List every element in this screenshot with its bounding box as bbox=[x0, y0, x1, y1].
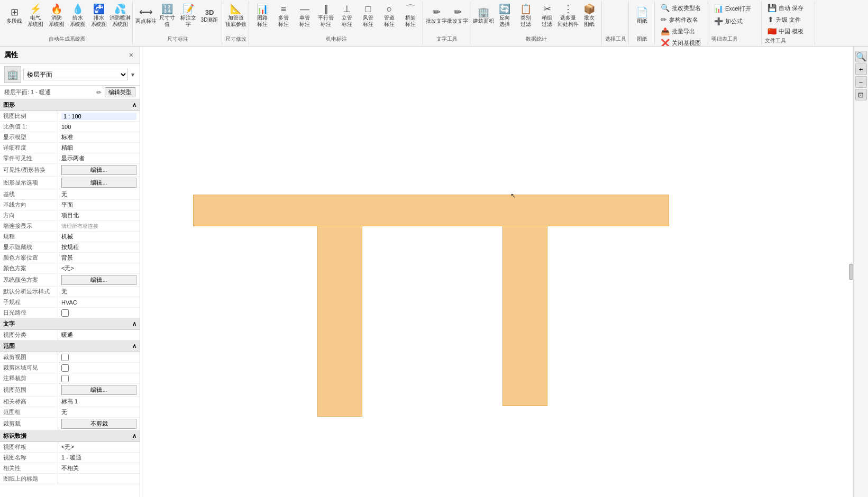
btn-category[interactable]: 📋 类别过滤 bbox=[516, 2, 536, 30]
btn-china-template[interactable]: 🇨🇳 中国 模板 bbox=[765, 25, 812, 37]
btn-batch-export[interactable]: 📤 批量导出 bbox=[658, 25, 706, 37]
btn-building-area[interactable]: 🏢 建筑面积 bbox=[473, 2, 494, 30]
toolbar-group-file: 💾 自动 保存 ⬆ 升级 文件 🇨🇳 中国 模板 文件工具 bbox=[763, 1, 815, 45]
prop-row-color-scheme: 颜色方案 <无> bbox=[0, 263, 140, 274]
annotation-crop-checkbox[interactable] bbox=[61, 375, 69, 382]
spray-icon: 💦 bbox=[114, 4, 126, 14]
btn-trim[interactable]: ✂ 稍组过滤 bbox=[537, 2, 557, 30]
btn-pipe-diag[interactable]: 📊 图路标注 bbox=[252, 2, 272, 30]
china-icon: 🇨🇳 bbox=[768, 27, 776, 35]
crop-region-checkbox[interactable] bbox=[61, 364, 69, 372]
btn-multi-seg[interactable]: ⊞ 多段线 bbox=[4, 2, 24, 30]
btn-close-base[interactable]: ❌ 关闭基视图 bbox=[658, 37, 706, 47]
sys-color-btn[interactable]: 编辑... bbox=[61, 275, 136, 285]
toolbar: ⊞ 多段线 ⚡ 电气系统图 🔥 消防系统图 💧 给水系统图 🚰 排水系统图 💦 bbox=[0, 0, 868, 47]
btn-dim-note[interactable]: 📝 标注文字 bbox=[178, 2, 198, 30]
btn-bridge[interactable]: ⌒ 桥架标注 bbox=[400, 2, 421, 30]
btn-parallel-pipe[interactable]: ∥ 平行管标注 bbox=[316, 2, 336, 30]
structure-container bbox=[193, 195, 669, 417]
view-type-select[interactable]: 楼层平面 bbox=[23, 69, 128, 80]
toolbar-group-other: 🔍 批改类型名 ✏ 参构件改名 📤 批量导出 ❌ 关闭基视图 其它工具 bbox=[656, 1, 708, 45]
right-column bbox=[502, 226, 547, 406]
canvas-area[interactable]: ↖ 🔍 + − ⊡ bbox=[140, 47, 868, 497]
main-area: 属性 × 🏢 楼层平面 ▼ 楼层平面: 1 - 暖通 ✏ 编辑类型 图形 ∧ bbox=[0, 47, 868, 497]
section-header-graphic[interactable]: 图形 ∧ bbox=[0, 99, 140, 111]
btn-3d[interactable]: 3D 3D测距 bbox=[199, 2, 220, 30]
group-label-stats: 数据统计 bbox=[526, 35, 547, 44]
toolbar-group-select: 选择工具 bbox=[603, 1, 629, 45]
water-icon: 💧 bbox=[72, 4, 84, 14]
section-header-range[interactable]: 范围 ∧ bbox=[0, 340, 140, 352]
scroll-handle[interactable] bbox=[849, 264, 853, 280]
floor-plan-icon: 🏢 bbox=[4, 66, 21, 83]
section-header-identity[interactable]: 标识数据 ∧ bbox=[0, 430, 140, 442]
btn-add-pipe[interactable]: 📐 加管道顶底参数 bbox=[226, 2, 246, 30]
view-range-btn[interactable]: 编辑... bbox=[61, 385, 136, 395]
prop-row-sheet-title: 图纸上的标题 bbox=[0, 474, 140, 484]
zoom-in-btn[interactable]: + bbox=[855, 63, 867, 75]
crop-view-checkbox[interactable] bbox=[61, 354, 69, 361]
panel-close-btn[interactable]: × bbox=[127, 50, 135, 60]
prop-row-view-range: 视图范围 编辑... bbox=[0, 384, 140, 397]
zoom-fit-btn[interactable]: ⊡ bbox=[855, 89, 867, 100]
btn-duct[interactable]: □ 风管标注 bbox=[358, 2, 378, 30]
toolbar-group-detail: 📊 Excel打开 ➕ 加公式 明细表工具 bbox=[709, 1, 762, 45]
prop-row-view-template: 视图样板 <无> bbox=[0, 442, 140, 453]
btn-single-pipe[interactable]: — 单管标注 bbox=[295, 2, 315, 30]
btn-add-formula[interactable]: ➕ 加公式 bbox=[711, 15, 759, 27]
btn-multi-pipe[interactable]: ≡ 多管标注 bbox=[273, 2, 294, 30]
panel-view-row: 🏢 楼层平面 ▼ bbox=[0, 64, 140, 86]
btn-drawing[interactable]: 📄 图纸 bbox=[632, 2, 652, 30]
toolbar-group-dim-modify: 📐 加管道顶底参数 尺寸修改 bbox=[223, 1, 249, 45]
prop-row-vis-override: 可见性/图形替换 编辑... bbox=[0, 164, 140, 177]
btn-more-filter[interactable]: ⋮ 选多量同处构件 bbox=[558, 2, 578, 30]
group-label-mep: 机电标注 bbox=[326, 35, 347, 44]
edit-icon: ✏ bbox=[96, 89, 102, 96]
btn-vertical[interactable]: ⊥ 立管标注 bbox=[337, 2, 357, 30]
btn-dim-val[interactable]: 🔢 尺寸寸值 bbox=[157, 2, 177, 30]
prop-row-annotation-crop: 注释裁剪 bbox=[0, 373, 140, 384]
view-scale-input[interactable] bbox=[61, 113, 136, 120]
btn-orient[interactable]: 🔄 反向选择 bbox=[495, 2, 515, 30]
btn-modify-text[interactable]: ✏ 批改文字 bbox=[426, 2, 446, 30]
section-header-text[interactable]: 文字 ∧ bbox=[0, 318, 140, 330]
zoom-out-btn[interactable]: − bbox=[855, 76, 867, 88]
btn-elec-sys[interactable]: ⚡ 电气系统图 bbox=[25, 2, 45, 30]
prop-row-view-name: 视图名称 1 - 暖通 bbox=[0, 453, 140, 463]
btn-batch-modify-name[interactable]: ✏ 参构件改名 bbox=[658, 14, 706, 25]
prop-row-related-level: 相关标高 标高 1 bbox=[0, 397, 140, 407]
btn-fire-sys[interactable]: 🔥 消防系统图 bbox=[47, 2, 67, 30]
prop-row-wall-join: 墙连接显示 清理所有墙连接 bbox=[0, 221, 140, 232]
prop-row-orientation: 方向 项目北 bbox=[0, 210, 140, 221]
toolbar-group-text: ✏ 批改文字 ✏ 批改文字 文字工具 bbox=[424, 1, 470, 45]
btn-drain-sys[interactable]: 🚰 排水系统图 bbox=[89, 2, 109, 30]
prop-row-crop-region: 裁剪区域可见 bbox=[0, 363, 140, 373]
zoom-panel: 🔍 + − ⊡ bbox=[853, 47, 868, 497]
btn-normal-pipe[interactable]: ○ 管道标注 bbox=[379, 2, 399, 30]
btn-upgrade-file[interactable]: ⬆ 升级 文件 bbox=[765, 14, 812, 25]
toolbar-group-dim: ⟷ 两点标注 🔢 尺寸寸值 📝 标注文字 3D 3D测距 尺寸标注 bbox=[134, 1, 222, 45]
btn-modify-text2[interactable]: ✏ 批改文字 bbox=[447, 2, 468, 30]
save-icon: 💾 bbox=[768, 4, 776, 12]
btn-water-sys[interactable]: 💧 给水系统图 bbox=[68, 2, 88, 30]
group-label-file: 文件工具 bbox=[765, 37, 812, 45]
btn-spray-sys[interactable]: 💦 消防喷淋系统图 bbox=[110, 2, 130, 30]
btn-batch-type-name[interactable]: 🔍 批改类型名 bbox=[658, 2, 706, 14]
group-label-dim-modify: 尺寸修改 bbox=[225, 35, 246, 44]
group-label-drawing: 图纸 bbox=[637, 35, 647, 44]
floor-level-label: 楼层平面: 1 - 暖通 bbox=[4, 88, 51, 96]
toolbar-group-auto-gen: ⊞ 多段线 ⚡ 电气系统图 🔥 消防系统图 💧 给水系统图 🚰 排水系统图 💦 bbox=[2, 1, 133, 45]
btn-auto-save[interactable]: 💾 自动 保存 bbox=[765, 2, 812, 14]
vis-override-btn[interactable]: 编辑... bbox=[61, 165, 136, 175]
btn-two-point[interactable]: ⟷ 两点标注 bbox=[136, 2, 156, 30]
btn-excel-open[interactable]: 📊 Excel打开 bbox=[711, 2, 759, 15]
prop-row-crop-clip: 裁剪裁 不剪裁 bbox=[0, 418, 140, 430]
sunpath-checkbox[interactable] bbox=[61, 309, 69, 317]
upgrade-icon: ⬆ bbox=[768, 15, 774, 24]
fire-icon: 🔥 bbox=[51, 4, 62, 14]
crop-clip-btn[interactable]: 不剪裁 bbox=[61, 419, 136, 429]
horizontal-beam bbox=[193, 195, 669, 226]
btn-batch[interactable]: 📦 批次图纸 bbox=[579, 2, 599, 30]
edit-type-btn[interactable]: 编辑类型 bbox=[105, 87, 135, 97]
graphic-display-btn[interactable]: 编辑... bbox=[61, 178, 136, 188]
